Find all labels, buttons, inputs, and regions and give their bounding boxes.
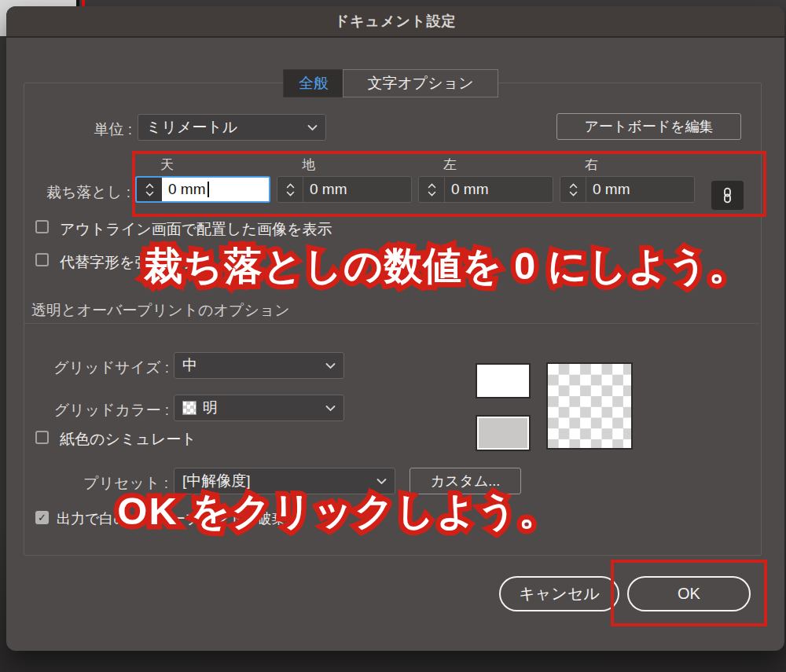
bleed-right-field[interactable]: 0 mm (560, 176, 695, 203)
bleed-bottom-field[interactable]: 0 mm (277, 176, 412, 203)
chevron-up-icon[interactable] (428, 183, 436, 189)
discard-white-overprint-checkbox[interactable]: ✓ (35, 511, 49, 524)
unit-dropdown[interactable]: ミリメートル (138, 114, 326, 141)
link-bleed-values-button[interactable] (711, 181, 744, 210)
checker-swatch-icon (182, 401, 196, 415)
chevron-up-icon[interactable] (286, 183, 295, 189)
stepper[interactable] (419, 177, 445, 202)
cancel-button[interactable]: キャンセル (499, 576, 619, 611)
ok-button-label: OK (678, 585, 700, 603)
text-caret (208, 182, 209, 197)
custom-button[interactable]: カスタム... (410, 468, 521, 494)
chain-link-icon (722, 187, 733, 204)
grid-color-label: グリッドカラー : (31, 400, 169, 420)
screen: ドキュメント設定 全般 文字オプション 単位 : ミリメートル アートボードを編… (0, 0, 786, 672)
bleed-left-column-label: 左 (443, 156, 457, 174)
chevron-up-icon[interactable] (569, 183, 578, 189)
bleed-label: 裁ち落とし : (24, 182, 130, 203)
chevron-down-icon (376, 478, 387, 485)
bleed-right-column-label: 右 (585, 156, 598, 174)
highlight-glyphs-checkbox[interactable] (35, 253, 49, 266)
document-setup-dialog: ドキュメント設定 全般 文字オプション 単位 : ミリメートル アートボードを編… (6, 6, 784, 651)
chevron-down-icon[interactable] (428, 191, 436, 196)
custom-button-label: カスタム... (431, 472, 501, 490)
grid-color-dropdown[interactable]: 明 (174, 395, 344, 421)
chevron-down-icon (307, 124, 318, 131)
bleed-top-field[interactable]: 0 mm (135, 176, 270, 203)
background-red-mark (82, 0, 85, 6)
preset-label: プリセット : (47, 473, 168, 494)
chevron-down-icon[interactable] (145, 191, 154, 196)
cancel-button-label: キャンセル (519, 583, 599, 604)
dialog-titlebar[interactable]: ドキュメント設定 (6, 6, 784, 38)
discard-white-overprint-label: 出力で白のオーバープリントを破棄 (57, 509, 286, 528)
edit-artboards-button[interactable]: アートボードを編集 (556, 113, 741, 140)
chevron-down-icon (325, 362, 336, 369)
grid-size-value: 中 (182, 355, 197, 376)
transparency-section-title: 透明とオーバープリントのオプション (31, 300, 290, 321)
chevron-down-icon[interactable] (286, 191, 295, 196)
tab-type-options-label: 文字オプション (367, 73, 473, 94)
stepper[interactable] (277, 177, 303, 202)
bleed-left-field[interactable]: 0 mm (418, 176, 553, 203)
tab-general[interactable]: 全般 (283, 69, 344, 97)
unit-value: ミリメートル (146, 117, 237, 138)
checkmark-icon: ✓ (38, 512, 46, 523)
grid-size-dropdown[interactable]: 中 (174, 352, 344, 379)
grid-color-value: 明 (203, 398, 218, 418)
grid-size-label: グリッドサイズ : (31, 358, 169, 378)
bleed-bottom-value: 0 mm (310, 181, 347, 198)
preset-dropdown[interactable]: [中解像度] (174, 468, 395, 494)
chevron-down-icon (325, 405, 336, 412)
chevron-up-icon[interactable] (145, 183, 154, 189)
dialog-title: ドキュメント設定 (335, 12, 457, 31)
tab-general-label: 全般 (299, 73, 329, 94)
bleed-top-value: 0 mm (168, 181, 206, 198)
bleed-right-value: 0 mm (593, 181, 630, 198)
paper-preview-gray (476, 415, 531, 451)
bleed-bottom-column-label: 地 (302, 156, 315, 174)
transparency-grid-preview (546, 362, 633, 450)
bleed-right-input[interactable]: 0 mm (586, 177, 694, 202)
tab-type-options[interactable]: 文字オプション (343, 69, 498, 97)
unit-label: 単位 : (47, 119, 132, 140)
stepper[interactable] (137, 178, 162, 201)
ok-button[interactable]: OK (627, 576, 751, 611)
chevron-down-icon[interactable] (569, 191, 578, 196)
simulate-paper-label: 紙色のシミュレート (60, 429, 196, 450)
highlight-glyphs-label: 代替字形を強調表示 (60, 252, 194, 273)
preset-value: [中解像度] (182, 471, 251, 491)
paper-preview-white (476, 363, 531, 398)
bleed-left-input[interactable]: 0 mm (445, 177, 553, 202)
show-images-outline-checkbox[interactable] (35, 220, 49, 233)
bleed-bottom-input[interactable]: 0 mm (303, 177, 411, 202)
edit-artboards-label: アートボードを編集 (584, 117, 713, 136)
bleed-top-input[interactable]: 0 mm (162, 178, 269, 201)
bleed-top-column-label: 天 (160, 156, 174, 174)
section-divider (24, 323, 759, 324)
stepper[interactable] (560, 177, 586, 202)
bleed-left-value: 0 mm (451, 181, 489, 198)
simulate-paper-checkbox[interactable] (35, 431, 49, 444)
show-images-outline-label: アウトライン画面で配置した画像を表示 (60, 219, 332, 240)
